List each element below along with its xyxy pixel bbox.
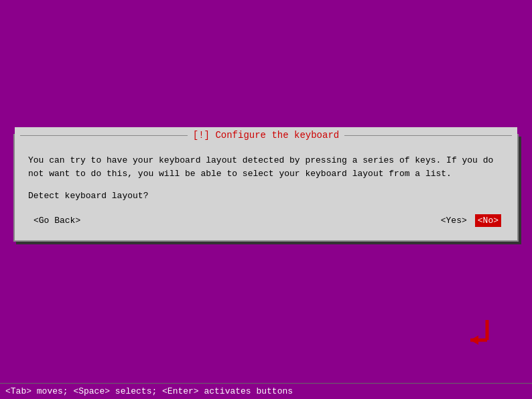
dialog-buttons: <Go Back> <Yes> <No> [28, 214, 504, 227]
title-line-left [20, 135, 188, 136]
dialog-title: [!] Configure the keyboard [193, 130, 339, 141]
arrow-indicator [450, 317, 497, 353]
dialog-body: You can try to have your keyboard layout… [15, 143, 517, 240]
buttons-right: <Yes> <No> [438, 214, 501, 227]
dialog-message: You can try to have your keyboard layout… [28, 154, 504, 180]
yes-button[interactable]: <Yes> [438, 214, 470, 227]
message-line2: not want to do this, you will be able to… [28, 169, 452, 179]
message-line1: You can try to have your keyboard layout… [28, 155, 493, 165]
dialog: [!] Configure the keyboard You can try t… [13, 134, 519, 242]
dialog-question: Detect keyboard layout? [28, 191, 504, 201]
dialog-title-bar: [!] Configure the keyboard [15, 127, 517, 143]
no-button[interactable]: <No> [475, 214, 501, 227]
go-back-button[interactable]: <Go Back> [31, 214, 83, 227]
status-bar: <Tab> moves; <Space> selects; <Enter> ac… [0, 383, 532, 399]
title-line-right [344, 135, 512, 136]
svg-marker-2 [470, 335, 478, 345]
